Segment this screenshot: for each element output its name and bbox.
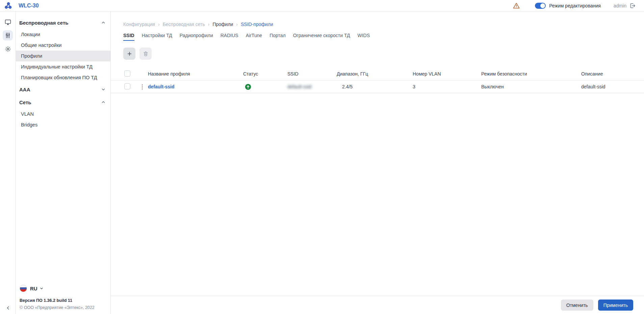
breadcrumb-separator: › bbox=[208, 22, 210, 27]
sidebar-section-network[interactable]: Сеть bbox=[16, 96, 110, 109]
sidebar-item-bridges[interactable]: Bridges bbox=[16, 119, 110, 130]
monitoring-icon[interactable] bbox=[3, 17, 13, 27]
logo-icon bbox=[4, 2, 12, 10]
col-header-description: Описание bbox=[581, 71, 644, 77]
tab-ssid[interactable]: SSID bbox=[123, 33, 134, 41]
ssid-value-redacted: default-ssid bbox=[287, 84, 312, 89]
sidebar-section-wireless[interactable]: Беспроводная сеть bbox=[16, 16, 110, 29]
description-value: default-ssid bbox=[581, 84, 644, 89]
breadcrumb-ssid-profiles: SSID-профили bbox=[241, 22, 273, 27]
tab-wids[interactable]: WIDS bbox=[357, 33, 370, 41]
sidebar-section-aaa[interactable]: AAA bbox=[16, 83, 110, 96]
configuration-icon[interactable] bbox=[3, 30, 13, 40]
language-code: RU bbox=[30, 286, 37, 291]
top-bar: WLC-30 Режим редактирования admin bbox=[0, 0, 644, 11]
plus-icon bbox=[127, 51, 132, 57]
band-value: 2.4/5 bbox=[337, 84, 413, 89]
table-toolbar bbox=[123, 48, 644, 60]
tab-airtune[interactable]: AirTune bbox=[246, 33, 262, 41]
language-selector[interactable]: RU bbox=[20, 285, 110, 292]
username: admin bbox=[614, 3, 626, 8]
sidebar-item-general-settings[interactable]: Общие настройки bbox=[16, 40, 110, 51]
copyright: © ООО «Предприятие «Элтекс», 2022 bbox=[20, 305, 110, 310]
trash-icon bbox=[143, 51, 149, 57]
warning-icon[interactable] bbox=[513, 2, 520, 9]
chevron-up-icon bbox=[101, 20, 106, 25]
apply-button[interactable]: Применить bbox=[598, 299, 633, 311]
sidebar-item-locations[interactable]: Локации bbox=[16, 29, 110, 40]
logout-icon[interactable] bbox=[629, 2, 636, 9]
breadcrumb-wireless[interactable]: Беспроводная сеть bbox=[163, 22, 205, 27]
collapse-sidebar-icon[interactable] bbox=[0, 305, 16, 311]
firmware-version: Версия ПО 1.36.2 build 11 bbox=[20, 298, 110, 303]
ssid-profiles-table: Название профиля Статус SSID Диапазон, Г… bbox=[111, 67, 644, 93]
col-header-security: Режим безопасности bbox=[481, 71, 581, 77]
add-profile-button[interactable] bbox=[123, 48, 135, 60]
edit-mode-toggle[interactable] bbox=[535, 3, 546, 9]
sidebar-item-individual-ap-settings[interactable]: Индивидуальные настройки ТД bbox=[16, 61, 110, 72]
edit-mode-label: Режим редактирования bbox=[549, 3, 601, 8]
section-label: Беспроводная сеть bbox=[19, 20, 69, 26]
breadcrumb-separator: › bbox=[158, 22, 160, 27]
row-menu-kebab-icon[interactable]: ⋮ bbox=[136, 84, 148, 90]
breadcrumb-configuration[interactable]: Конфигурация bbox=[123, 22, 155, 27]
icon-rail bbox=[0, 11, 16, 314]
breadcrumb: Конфигурация › Беспроводная сеть › Профи… bbox=[111, 11, 644, 27]
col-header-ssid: SSID bbox=[287, 71, 337, 77]
select-all-checkbox[interactable] bbox=[124, 70, 130, 77]
section-label: AAA bbox=[19, 87, 30, 92]
page-title: WLC-30 bbox=[19, 3, 39, 9]
table-header-row: Название профиля Статус SSID Диапазон, Г… bbox=[111, 67, 644, 80]
vlan-value: 3 bbox=[413, 84, 481, 89]
tab-radio-profiles[interactable]: Радиопрофили bbox=[180, 33, 213, 41]
col-header-status: Статус bbox=[243, 71, 287, 77]
main-content: Конфигурация › Беспроводная сеть › Профи… bbox=[111, 11, 644, 314]
breadcrumb-profiles[interactable]: Профили bbox=[212, 22, 233, 27]
delete-profile-button[interactable] bbox=[139, 48, 152, 60]
toggle-knob bbox=[540, 3, 545, 8]
russian-flag-icon bbox=[20, 285, 27, 292]
chevron-up-icon bbox=[101, 100, 106, 105]
cancel-button[interactable]: Отменить bbox=[561, 299, 593, 311]
col-header-vlan: Номер VLAN bbox=[413, 71, 481, 77]
sidebar-item-profiles[interactable]: Профили bbox=[16, 51, 110, 61]
tab-portal[interactable]: Портал bbox=[269, 33, 286, 41]
chevron-down-icon bbox=[101, 87, 106, 92]
sidebar-item-vlan[interactable]: VLAN bbox=[16, 109, 110, 119]
tab-ap-rate-limit[interactable]: Ограничение скорости ТД bbox=[293, 33, 350, 41]
sidebar-item-firmware-scheduler[interactable]: Планировщик обновления ПО ТД bbox=[16, 72, 110, 83]
security-value: Выключен bbox=[481, 84, 581, 89]
tab-bar: SSID Настройки ТД Радиопрофили RADIUS Ai… bbox=[123, 33, 644, 41]
row-checkbox[interactable] bbox=[124, 83, 130, 89]
app-logo bbox=[0, 2, 16, 10]
status-up-icon bbox=[245, 84, 251, 90]
sidebar-nav: Беспроводная сеть Локации Общие настройк… bbox=[16, 11, 111, 314]
tab-radius[interactable]: RADIUS bbox=[221, 33, 238, 41]
action-footer: Отменить Применить bbox=[111, 296, 644, 314]
profile-name-link[interactable]: default-ssid bbox=[148, 84, 175, 89]
chevron-down-icon bbox=[40, 286, 44, 290]
table-row: ⋮ default-ssid default-ssid 2.4/5 3 Выкл… bbox=[111, 80, 644, 93]
col-header-band: Диапазон, ГГц bbox=[337, 71, 413, 77]
col-header-profile-name: Название профиля bbox=[148, 71, 243, 77]
breadcrumb-separator: › bbox=[236, 22, 238, 27]
tab-ap-settings[interactable]: Настройки ТД bbox=[142, 33, 172, 41]
section-label: Сеть bbox=[19, 99, 31, 105]
settings-gear-icon[interactable] bbox=[3, 44, 13, 54]
